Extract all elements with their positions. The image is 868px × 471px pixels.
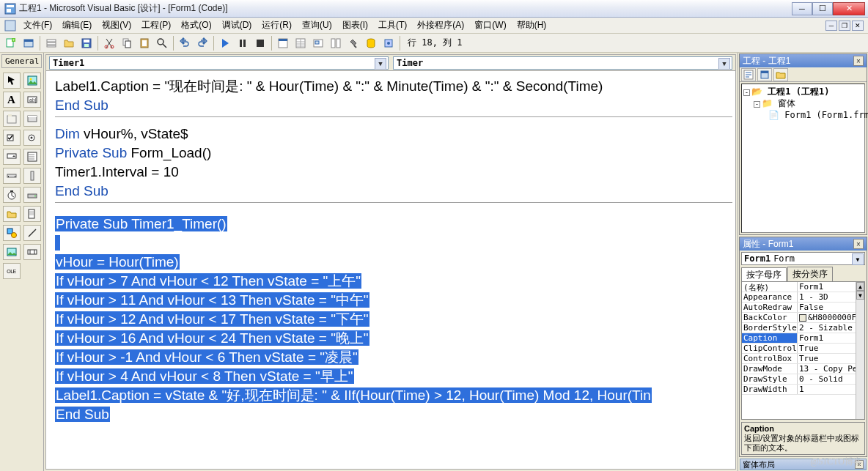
combobox-tool[interactable] xyxy=(3,149,21,165)
cut-button[interactable] xyxy=(101,35,117,51)
commandbutton-tool[interactable] xyxy=(23,111,41,127)
app-icon xyxy=(4,3,16,15)
object-browser-button[interactable] xyxy=(328,35,344,51)
undo-button[interactable] xyxy=(177,35,193,51)
svg-text:ab|: ab| xyxy=(29,97,37,103)
property-row[interactable]: (名称)Form1 xyxy=(742,282,864,292)
dirlistbox-tool[interactable] xyxy=(3,206,21,222)
label-tool[interactable]: A xyxy=(3,92,21,108)
menu-edit[interactable]: 编辑(E) xyxy=(58,18,96,33)
properties-window-button[interactable] xyxy=(293,35,309,51)
property-row[interactable]: DrawMode13 - Copy Per xyxy=(742,364,864,374)
save-button[interactable] xyxy=(78,35,95,51)
run-button[interactable] xyxy=(217,35,233,51)
svg-rect-39 xyxy=(7,116,16,123)
property-row[interactable]: ClipControlsTrue xyxy=(742,344,864,354)
property-row[interactable]: BackColor&H8000000F& xyxy=(742,313,864,323)
add-form-button[interactable] xyxy=(21,35,37,51)
menu-diagram[interactable]: 图表(I) xyxy=(338,18,372,33)
property-row[interactable]: DrawWidth1 xyxy=(742,385,864,395)
properties-tab-categorized[interactable]: 按分类序 xyxy=(787,267,833,281)
redo-button[interactable] xyxy=(194,35,210,51)
property-row[interactable]: BorderStyle2 - Sizable xyxy=(742,323,864,333)
properties-tab-alphabetic[interactable]: 按字母序 xyxy=(741,267,787,282)
menu-query[interactable]: 查询(U) xyxy=(298,18,336,33)
vscrollbar-tool[interactable] xyxy=(23,168,41,184)
code-selection: Private Sub Timer1_Timer() vHour = Hour(… xyxy=(55,215,732,424)
maximize-button[interactable]: ☐ xyxy=(812,2,833,15)
project-explorer-close-button[interactable]: × xyxy=(853,56,864,66)
svg-rect-14 xyxy=(84,44,89,47)
optionbutton-tool[interactable] xyxy=(23,130,41,146)
property-row[interactable]: ControlBoxTrue xyxy=(742,354,864,364)
picturebox-tool[interactable] xyxy=(23,73,41,89)
hscrollbar-tool[interactable] xyxy=(3,168,21,184)
procedure-combobox[interactable]: Timer xyxy=(393,56,732,70)
svg-rect-22 xyxy=(240,40,242,47)
menu-file[interactable]: 文件(F) xyxy=(19,18,56,33)
expand-icon[interactable]: - xyxy=(743,89,750,96)
image-tool[interactable] xyxy=(3,244,21,260)
properties-object-combobox[interactable]: Form1 Form xyxy=(741,252,865,265)
checkbox-tool[interactable] xyxy=(3,130,21,146)
minimize-button[interactable]: ─ xyxy=(792,2,812,15)
view-code-button[interactable] xyxy=(741,68,756,81)
break-button[interactable] xyxy=(235,35,251,51)
drivelistbox-tool[interactable] xyxy=(23,187,41,203)
expand-icon[interactable]: - xyxy=(754,101,760,108)
timer-tool[interactable] xyxy=(3,187,21,203)
property-row[interactable]: Appearance1 - 3D xyxy=(742,292,864,303)
property-row[interactable]: CaptionForm1 xyxy=(742,333,864,344)
menu-run[interactable]: 运行(R) xyxy=(257,18,296,33)
menu-editor-button[interactable] xyxy=(43,35,59,51)
project-explorer-button[interactable] xyxy=(275,35,291,51)
code-editor[interactable]: Label1.Caption = "现在时间是: " & Hour(Time) … xyxy=(46,71,735,469)
mdi-close-button[interactable]: ✕ xyxy=(852,21,864,31)
textbox-tool[interactable]: ab| xyxy=(23,92,41,108)
open-button[interactable] xyxy=(61,35,77,51)
property-row[interactable]: DrawStyle0 - Solid xyxy=(742,374,864,385)
menu-format[interactable]: 格式(O) xyxy=(177,18,216,33)
copy-button[interactable] xyxy=(119,35,135,51)
listbox-tool[interactable] xyxy=(23,149,41,165)
line-tool[interactable] xyxy=(23,225,41,241)
toolbox-button[interactable] xyxy=(345,35,361,51)
shape-tool[interactable] xyxy=(3,225,21,241)
find-button[interactable] xyxy=(154,35,170,51)
titlebar: 工程1 - Microsoft Visual Basic [设计] - [For… xyxy=(0,0,868,18)
toolbox-tab-general[interactable]: General xyxy=(1,54,42,68)
close-button[interactable]: ✕ xyxy=(833,2,865,15)
properties-scrollbar[interactable]: ▲▼ xyxy=(856,282,864,419)
end-button[interactable] xyxy=(252,35,268,51)
svg-rect-58 xyxy=(28,250,37,254)
form-layout-button[interactable] xyxy=(310,35,326,51)
project-tree[interactable]: -📂 工程1 (工程1) -📁 窗体 📄 Form1 (Form1.frm) xyxy=(741,84,865,233)
mdi-restore-button[interactable]: ❐ xyxy=(839,21,850,31)
menu-debug[interactable]: 调试(D) xyxy=(218,18,257,33)
add-project-button[interactable]: + xyxy=(3,35,19,51)
menu-view[interactable]: 视图(V) xyxy=(98,18,136,33)
data-view-button[interactable] xyxy=(363,35,379,51)
menu-project[interactable]: 工程(P) xyxy=(137,18,175,33)
properties-grid[interactable]: (名称)Form1Appearance1 - 3DAutoRedrawFalse… xyxy=(741,281,865,420)
filelistbox-tool[interactable] xyxy=(23,206,41,222)
form-layout-close-button[interactable]: × xyxy=(855,460,864,469)
menu-help[interactable]: 帮助(H) xyxy=(512,18,551,33)
object-combobox[interactable]: Timer1 xyxy=(49,56,389,70)
pointer-tool[interactable] xyxy=(3,73,21,89)
paste-button[interactable] xyxy=(136,35,152,51)
svg-rect-1 xyxy=(7,5,14,7)
frame-tool[interactable] xyxy=(3,111,21,127)
view-object-button[interactable] xyxy=(757,68,772,81)
menu-tools[interactable]: 工具(T) xyxy=(374,18,411,33)
ole-tool[interactable]: OLE xyxy=(3,263,21,279)
mdi-minimize-button[interactable]: ─ xyxy=(825,21,837,31)
svg-point-34 xyxy=(387,42,390,45)
data-tool[interactable] xyxy=(23,244,41,260)
properties-close-button[interactable]: × xyxy=(853,239,864,249)
property-row[interactable]: AutoRedrawFalse xyxy=(742,303,864,313)
component-manager-button[interactable] xyxy=(380,35,397,51)
menu-window[interactable]: 窗口(W) xyxy=(470,18,510,33)
menu-addins[interactable]: 外接程序(A) xyxy=(413,18,468,33)
toggle-folders-button[interactable] xyxy=(773,68,788,81)
